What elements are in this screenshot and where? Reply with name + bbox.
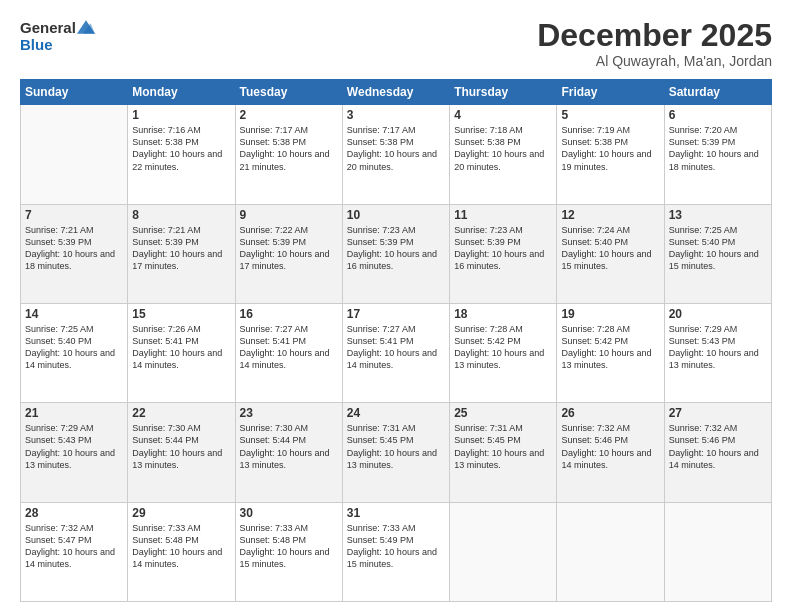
calendar-cell: 18Sunrise: 7:28 AM Sunset: 5:42 PM Dayli… [450,303,557,402]
calendar-table: SundayMondayTuesdayWednesdayThursdayFrid… [20,79,772,602]
day-number: 17 [347,307,445,321]
calendar-cell [21,105,128,204]
day-number: 7 [25,208,123,222]
cell-info: Sunrise: 7:31 AM Sunset: 5:45 PM Dayligh… [347,422,445,471]
cell-info: Sunrise: 7:32 AM Sunset: 5:46 PM Dayligh… [669,422,767,471]
cell-info: Sunrise: 7:32 AM Sunset: 5:47 PM Dayligh… [25,522,123,571]
day-number: 27 [669,406,767,420]
cell-info: Sunrise: 7:23 AM Sunset: 5:39 PM Dayligh… [454,224,552,273]
cell-info: Sunrise: 7:28 AM Sunset: 5:42 PM Dayligh… [454,323,552,372]
cell-info: Sunrise: 7:29 AM Sunset: 5:43 PM Dayligh… [669,323,767,372]
cell-info: Sunrise: 7:20 AM Sunset: 5:39 PM Dayligh… [669,124,767,173]
day-number: 22 [132,406,230,420]
cell-info: Sunrise: 7:26 AM Sunset: 5:41 PM Dayligh… [132,323,230,372]
cell-info: Sunrise: 7:27 AM Sunset: 5:41 PM Dayligh… [347,323,445,372]
day-number: 3 [347,108,445,122]
cell-info: Sunrise: 7:32 AM Sunset: 5:46 PM Dayligh… [561,422,659,471]
logo-general: General [20,19,76,36]
calendar-cell: 15Sunrise: 7:26 AM Sunset: 5:41 PM Dayli… [128,303,235,402]
cell-info: Sunrise: 7:25 AM Sunset: 5:40 PM Dayligh… [25,323,123,372]
day-number: 14 [25,307,123,321]
calendar-cell: 13Sunrise: 7:25 AM Sunset: 5:40 PM Dayli… [664,204,771,303]
day-number: 26 [561,406,659,420]
day-number: 30 [240,506,338,520]
cell-info: Sunrise: 7:21 AM Sunset: 5:39 PM Dayligh… [132,224,230,273]
calendar-week-row: 1Sunrise: 7:16 AM Sunset: 5:38 PM Daylig… [21,105,772,204]
weekday-header: Wednesday [342,80,449,105]
calendar-cell: 29Sunrise: 7:33 AM Sunset: 5:48 PM Dayli… [128,502,235,601]
cell-info: Sunrise: 7:24 AM Sunset: 5:40 PM Dayligh… [561,224,659,273]
day-number: 31 [347,506,445,520]
calendar-cell: 26Sunrise: 7:32 AM Sunset: 5:46 PM Dayli… [557,403,664,502]
cell-info: Sunrise: 7:33 AM Sunset: 5:48 PM Dayligh… [132,522,230,571]
day-number: 13 [669,208,767,222]
cell-info: Sunrise: 7:16 AM Sunset: 5:38 PM Dayligh… [132,124,230,173]
cell-info: Sunrise: 7:25 AM Sunset: 5:40 PM Dayligh… [669,224,767,273]
calendar-cell: 8Sunrise: 7:21 AM Sunset: 5:39 PM Daylig… [128,204,235,303]
cell-info: Sunrise: 7:33 AM Sunset: 5:49 PM Dayligh… [347,522,445,571]
header: General Blue December 2025 Al Quwayrah, … [20,18,772,69]
calendar-cell: 25Sunrise: 7:31 AM Sunset: 5:45 PM Dayli… [450,403,557,502]
weekday-header: Monday [128,80,235,105]
calendar-cell: 1Sunrise: 7:16 AM Sunset: 5:38 PM Daylig… [128,105,235,204]
day-number: 29 [132,506,230,520]
day-number: 28 [25,506,123,520]
day-number: 2 [240,108,338,122]
logo-blue: Blue [20,36,53,53]
day-number: 9 [240,208,338,222]
calendar-cell: 3Sunrise: 7:17 AM Sunset: 5:38 PM Daylig… [342,105,449,204]
calendar-cell [557,502,664,601]
calendar-cell [450,502,557,601]
calendar-cell: 11Sunrise: 7:23 AM Sunset: 5:39 PM Dayli… [450,204,557,303]
weekday-header: Saturday [664,80,771,105]
cell-info: Sunrise: 7:23 AM Sunset: 5:39 PM Dayligh… [347,224,445,273]
calendar-week-row: 21Sunrise: 7:29 AM Sunset: 5:43 PM Dayli… [21,403,772,502]
calendar-week-row: 14Sunrise: 7:25 AM Sunset: 5:40 PM Dayli… [21,303,772,402]
calendar-cell: 30Sunrise: 7:33 AM Sunset: 5:48 PM Dayli… [235,502,342,601]
calendar-cell: 28Sunrise: 7:32 AM Sunset: 5:47 PM Dayli… [21,502,128,601]
calendar-cell: 4Sunrise: 7:18 AM Sunset: 5:38 PM Daylig… [450,105,557,204]
calendar-cell: 27Sunrise: 7:32 AM Sunset: 5:46 PM Dayli… [664,403,771,502]
calendar-cell: 14Sunrise: 7:25 AM Sunset: 5:40 PM Dayli… [21,303,128,402]
cell-info: Sunrise: 7:17 AM Sunset: 5:38 PM Dayligh… [240,124,338,173]
day-number: 6 [669,108,767,122]
cell-info: Sunrise: 7:28 AM Sunset: 5:42 PM Dayligh… [561,323,659,372]
header-right: December 2025 Al Quwayrah, Ma'an, Jordan [537,18,772,69]
cell-info: Sunrise: 7:27 AM Sunset: 5:41 PM Dayligh… [240,323,338,372]
day-number: 18 [454,307,552,321]
calendar-cell: 9Sunrise: 7:22 AM Sunset: 5:39 PM Daylig… [235,204,342,303]
day-number: 20 [669,307,767,321]
cell-info: Sunrise: 7:33 AM Sunset: 5:48 PM Dayligh… [240,522,338,571]
calendar-cell: 5Sunrise: 7:19 AM Sunset: 5:38 PM Daylig… [557,105,664,204]
day-number: 16 [240,307,338,321]
month-title: December 2025 [537,18,772,53]
calendar-cell: 7Sunrise: 7:21 AM Sunset: 5:39 PM Daylig… [21,204,128,303]
calendar-header-row: SundayMondayTuesdayWednesdayThursdayFrid… [21,80,772,105]
calendar-cell: 19Sunrise: 7:28 AM Sunset: 5:42 PM Dayli… [557,303,664,402]
cell-info: Sunrise: 7:31 AM Sunset: 5:45 PM Dayligh… [454,422,552,471]
cell-info: Sunrise: 7:17 AM Sunset: 5:38 PM Dayligh… [347,124,445,173]
weekday-header: Friday [557,80,664,105]
logo-icon [77,18,95,36]
day-number: 11 [454,208,552,222]
calendar-cell: 6Sunrise: 7:20 AM Sunset: 5:39 PM Daylig… [664,105,771,204]
day-number: 23 [240,406,338,420]
cell-info: Sunrise: 7:29 AM Sunset: 5:43 PM Dayligh… [25,422,123,471]
day-number: 4 [454,108,552,122]
calendar-cell [664,502,771,601]
cell-info: Sunrise: 7:19 AM Sunset: 5:38 PM Dayligh… [561,124,659,173]
cell-info: Sunrise: 7:22 AM Sunset: 5:39 PM Dayligh… [240,224,338,273]
weekday-header: Thursday [450,80,557,105]
calendar-week-row: 7Sunrise: 7:21 AM Sunset: 5:39 PM Daylig… [21,204,772,303]
calendar-cell: 16Sunrise: 7:27 AM Sunset: 5:41 PM Dayli… [235,303,342,402]
cell-info: Sunrise: 7:18 AM Sunset: 5:38 PM Dayligh… [454,124,552,173]
day-number: 21 [25,406,123,420]
day-number: 8 [132,208,230,222]
calendar-cell: 24Sunrise: 7:31 AM Sunset: 5:45 PM Dayli… [342,403,449,502]
calendar-cell: 21Sunrise: 7:29 AM Sunset: 5:43 PM Dayli… [21,403,128,502]
day-number: 5 [561,108,659,122]
weekday-header: Tuesday [235,80,342,105]
calendar-week-row: 28Sunrise: 7:32 AM Sunset: 5:47 PM Dayli… [21,502,772,601]
calendar-cell: 20Sunrise: 7:29 AM Sunset: 5:43 PM Dayli… [664,303,771,402]
calendar-cell: 12Sunrise: 7:24 AM Sunset: 5:40 PM Dayli… [557,204,664,303]
